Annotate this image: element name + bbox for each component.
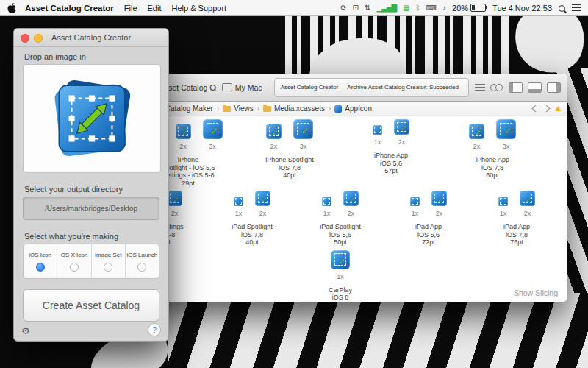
option-os-x-icon[interactable]: OS X Icon <box>57 244 91 278</box>
asset-slot-2x[interactable]: 2x <box>167 191 182 217</box>
radio-image-set[interactable] <box>104 263 112 272</box>
breadcrumb-separator: › <box>217 105 219 113</box>
keyboard-icon[interactable]: ⌨ <box>426 0 436 16</box>
option-ios-launch[interactable]: iOS Launch <box>126 244 159 278</box>
asset-slot-2x[interactable]: 2x <box>431 191 447 217</box>
scale-label: 1x <box>323 210 331 217</box>
radio-ios-launch[interactable] <box>137 263 146 272</box>
caption-line: iPhone App <box>476 156 509 164</box>
asset-group-ipad-app: 1x2xiPad AppiOS 5,672pt <box>393 191 464 247</box>
asset-slot-2x[interactable]: 2x <box>176 124 191 150</box>
slot-row: 1x2x <box>498 191 535 217</box>
gear-icon[interactable]: ⚙ <box>21 325 30 336</box>
radio-ios-icon[interactable] <box>36 263 45 272</box>
window-controls[interactable] <box>21 34 43 43</box>
asset-slot-2x[interactable]: 2x <box>255 191 270 217</box>
app-status-icon[interactable]: ▦ <box>403 0 409 16</box>
menu-item-file[interactable]: File <box>124 4 137 13</box>
updown-icon[interactable]: ⇅ <box>365 0 370 16</box>
issue-warning-icon[interactable] <box>555 106 561 111</box>
close-button[interactable] <box>21 34 29 43</box>
breadcrumb-item-views[interactable]: Views <box>223 105 254 113</box>
caption-line: 40pt <box>232 238 273 247</box>
display-icon[interactable]: ⊡ <box>353 0 358 16</box>
apple-menu[interactable] <box>7 3 16 13</box>
device-selector[interactable]: My Mac <box>222 83 262 92</box>
radio-os-x-icon[interactable] <box>70 263 79 272</box>
asset-row: 1x2xiPad SettingsiOS 5-829pt1x2xiPad Spo… <box>114 191 567 247</box>
caption-line: Spotlight - iOS 5,6 <box>161 164 215 172</box>
asset-slot-3x[interactable]: 3x <box>203 119 223 150</box>
asset-slot-1x[interactable]: 1x <box>410 197 420 217</box>
asset-slot-3x[interactable]: 3x <box>496 119 516 150</box>
asset-slot-2x[interactable]: 2x <box>520 191 535 217</box>
output-directory-label: Select your output directory <box>24 185 123 194</box>
minimize-button[interactable] <box>34 34 43 43</box>
menu-item-help-support[interactable]: Help & Support <box>172 4 227 13</box>
forward-icon[interactable] <box>543 105 551 113</box>
caption-line: 120pt <box>329 302 352 302</box>
help-button[interactable]: ? <box>148 323 161 336</box>
output-path-field[interactable]: /Users/markbridges/Desktop <box>23 197 159 220</box>
option-label-os-x-icon: OS X Icon <box>61 252 87 258</box>
assistant-editor-icon[interactable] <box>490 84 503 91</box>
scale-label: 2x <box>473 143 481 150</box>
scale-label: 2x <box>524 210 531 217</box>
spotlight-icon[interactable] <box>559 4 565 13</box>
volume-icon[interactable]: ♪ <box>442 0 445 16</box>
scale-label: 1x <box>337 273 344 280</box>
asset-slot-3x[interactable]: 3x <box>293 119 313 150</box>
image-drop-zone[interactable] <box>23 64 161 173</box>
menu-item-edit[interactable]: Edit <box>148 4 162 13</box>
caption-line: 60pt <box>476 171 509 180</box>
option-ios-icon[interactable]: iOS Icon <box>24 244 57 278</box>
app-icon-image <box>322 197 331 206</box>
window-title: Asset Catalog Creator <box>51 33 131 42</box>
show-slicing-button[interactable]: Show Slicing <box>514 289 558 297</box>
scale-label: 2x <box>348 210 355 217</box>
standard-editor-icon[interactable] <box>475 84 485 91</box>
creator-titlebar: Asset Catalog Creator <box>14 29 168 47</box>
asset-slot-1x[interactable]: 1x <box>234 197 243 217</box>
caption-line: 29pt <box>161 180 215 188</box>
scale-label: 2x <box>398 138 406 146</box>
option-label-ios-launch: iOS Launch <box>126 252 157 258</box>
slot-row: 2x3x <box>266 119 313 150</box>
menu-app-name[interactable]: Asset Catalog Creator <box>25 4 114 13</box>
project-name: Asset Catalog Creator <box>281 84 339 91</box>
back-icon[interactable] <box>532 105 539 113</box>
asset-slot-1x[interactable]: 1x <box>322 197 331 217</box>
breadcrumb-item-media-xcassets[interactable]: Media.xcassets <box>263 105 325 113</box>
bluetooth-icon[interactable]: ᛒ <box>416 0 420 16</box>
asset-catalog-creator-window: Asset Catalog Creator Drop an image in <box>13 28 169 342</box>
utilities-toggle-icon[interactable] <box>547 82 561 93</box>
asset-slot-1x[interactable]: 1x <box>373 125 382 146</box>
cpu-meter-icon[interactable]: ▁▃▅▇ <box>376 0 396 16</box>
asset-slot-2x[interactable]: 2x <box>469 124 484 150</box>
caption-line: iOS 5,6 <box>415 231 442 239</box>
create-asset-catalog-button[interactable]: Create Asset Catalog <box>23 289 159 322</box>
asset-caption: iPhone SpotlightiOS 7,840pt <box>265 156 314 180</box>
caption-line: 57pt <box>374 167 408 175</box>
navigator-toggle-icon[interactable] <box>509 82 523 93</box>
asset-slot-2x[interactable]: 2x <box>266 124 282 150</box>
asset-slot-2x[interactable]: 2x <box>394 119 409 146</box>
asset-slot-1x[interactable]: 1x <box>331 250 350 280</box>
breadcrumb-item-appicon[interactable]: AppIcon <box>334 105 372 113</box>
asset-slot-1x[interactable]: 1x <box>498 197 508 217</box>
app-icon-preview <box>47 74 137 163</box>
activity-time: Today at 22:49 <box>467 84 469 91</box>
breadcrumb-label: Media.xcassets <box>274 105 325 113</box>
caption-line: iPad Spotlight <box>320 223 361 231</box>
notification-center-icon[interactable] <box>572 4 581 11</box>
breadcrumb-separator: › <box>329 105 331 113</box>
scale-label: 2x <box>436 210 443 217</box>
scale-label: 3x <box>300 143 307 150</box>
option-image-set[interactable]: Image Set <box>92 244 126 278</box>
caption-line: 72pt <box>415 238 442 247</box>
battery-indicator[interactable]: 20% <box>452 4 486 13</box>
menubar-clock[interactable]: Tue 4 Nov 22:53 <box>492 4 552 13</box>
asset-slot-2x[interactable]: 2x <box>343 191 359 217</box>
sync-icon[interactable]: ⟳ <box>340 0 345 16</box>
debug-area-toggle-icon[interactable] <box>528 82 542 93</box>
